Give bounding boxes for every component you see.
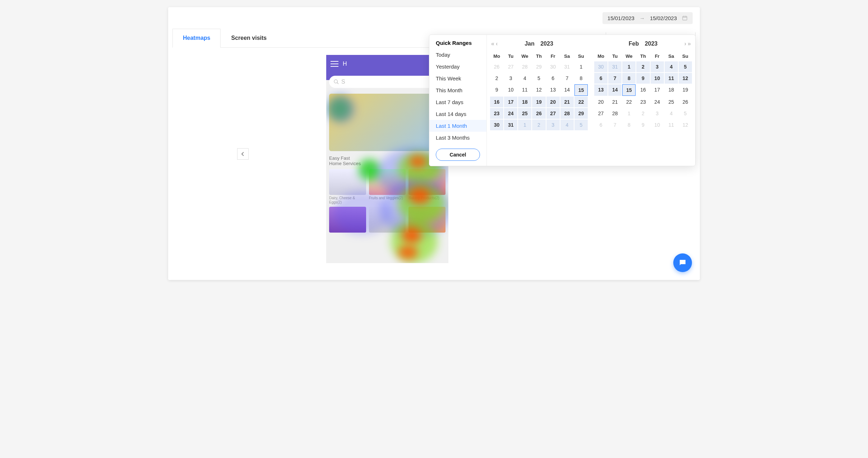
calendar-day[interactable]: 11	[518, 84, 531, 96]
tab-heatmaps[interactable]: Heatmaps	[172, 29, 221, 48]
calendar-day[interactable]: 10	[504, 84, 517, 96]
calendar-day[interactable]: 28	[518, 61, 531, 72]
cal-month[interactable]: Jan	[525, 41, 535, 47]
cal-month[interactable]: Feb	[629, 41, 639, 47]
cal-year[interactable]: 2023	[645, 41, 658, 47]
calendar-day[interactable]: 17	[504, 97, 517, 107]
calendar-day[interactable]: 5	[679, 61, 692, 72]
calendar-next[interactable]: ›»	[684, 41, 691, 47]
calendar-day[interactable]: 9	[636, 120, 650, 130]
calendar-day[interactable]: 28	[560, 108, 574, 119]
calendar-day[interactable]: 22	[622, 97, 636, 107]
calendar-day[interactable]: 1	[622, 61, 636, 72]
calendar-day[interactable]: 23	[636, 97, 650, 107]
prev-screen-button[interactable]	[237, 148, 249, 160]
calendar-day[interactable]: 27	[546, 108, 560, 119]
calendar-day[interactable]: 3	[504, 73, 517, 84]
calendar-day[interactable]: 19	[679, 84, 692, 96]
cal-year[interactable]: 2023	[540, 41, 553, 47]
calendar-day[interactable]: 13	[546, 84, 560, 96]
calendar-day[interactable]: 14	[560, 84, 574, 96]
calendar-day[interactable]: 5	[574, 120, 588, 130]
calendar-day[interactable]: 18	[665, 84, 678, 96]
quick-range-item[interactable]: Last 3 Months	[429, 132, 486, 144]
calendar-prev[interactable]: «‹	[491, 41, 498, 47]
calendar-day[interactable]: 26	[490, 61, 503, 72]
calendar-day[interactable]: 10	[651, 73, 664, 84]
quick-range-item[interactable]: Today	[429, 49, 486, 61]
calendar-day[interactable]: 24	[651, 97, 664, 107]
calendar-day[interactable]: 6	[594, 73, 608, 84]
quick-range-item[interactable]: This Week	[429, 73, 486, 84]
calendar-day[interactable]: 19	[532, 97, 545, 107]
calendar-day[interactable]: 21	[560, 97, 574, 107]
calendar-day[interactable]: 11	[665, 73, 678, 84]
calendar-day[interactable]: 30	[594, 61, 608, 72]
calendar-day[interactable]: 26	[679, 97, 692, 107]
calendar-day[interactable]: 9	[636, 73, 650, 84]
calendar-day[interactable]: 2	[636, 108, 650, 119]
calendar-day[interactable]: 12	[532, 84, 545, 96]
calendar-day[interactable]: 6	[594, 120, 608, 130]
calendar-day[interactable]: 30	[490, 120, 503, 130]
calendar-day[interactable]: 4	[665, 61, 678, 72]
calendar-day[interactable]: 27	[594, 108, 608, 119]
calendar-day[interactable]: 12	[679, 73, 692, 84]
calendar-day[interactable]: 30	[546, 61, 560, 72]
calendar-day[interactable]: 7	[560, 73, 574, 84]
calendar-day[interactable]: 10	[651, 120, 664, 130]
calendar-day[interactable]: 2	[490, 73, 503, 84]
calendar-day[interactable]: 18	[518, 97, 531, 107]
calendar-day[interactable]: 26	[532, 108, 545, 119]
calendar-day[interactable]: 6	[546, 73, 560, 84]
calendar-day[interactable]: 5	[679, 108, 692, 119]
calendar-day[interactable]: 4	[560, 120, 574, 130]
calendar-day[interactable]: 16	[490, 97, 503, 107]
calendar-day[interactable]: 17	[651, 84, 664, 96]
calendar-day[interactable]: 15	[574, 84, 588, 96]
cancel-button[interactable]: Cancel	[436, 149, 480, 161]
calendar-day[interactable]: 16	[636, 84, 650, 96]
calendar-day[interactable]: 11	[665, 120, 678, 130]
calendar-day[interactable]: 21	[608, 97, 622, 107]
calendar-day[interactable]: 25	[665, 97, 678, 107]
calendar-day[interactable]: 31	[560, 61, 574, 72]
calendar-day[interactable]: 31	[608, 61, 622, 72]
calendar-day[interactable]: 31	[504, 120, 517, 130]
calendar-day[interactable]: 25	[518, 108, 531, 119]
chat-button[interactable]	[673, 253, 692, 272]
quick-range-item[interactable]: This Month	[429, 84, 486, 96]
calendar-day[interactable]: 23	[490, 108, 503, 119]
calendar-day[interactable]: 7	[608, 120, 622, 130]
calendar-day[interactable]: 2	[636, 61, 650, 72]
calendar-day[interactable]: 4	[665, 108, 678, 119]
calendar-day[interactable]: 3	[651, 61, 664, 72]
calendar-day[interactable]: 2	[532, 120, 545, 130]
calendar-day[interactable]: 14	[608, 84, 622, 96]
calendar-day[interactable]: 27	[504, 61, 517, 72]
calendar-day[interactable]: 9	[490, 84, 503, 96]
calendar-day[interactable]: 3	[546, 120, 560, 130]
calendar-day[interactable]: 8	[622, 120, 636, 130]
calendar-day[interactable]: 5	[532, 73, 545, 84]
calendar-day[interactable]: 29	[532, 61, 545, 72]
calendar-day[interactable]: 7	[608, 73, 622, 84]
calendar-day[interactable]: 8	[574, 73, 588, 84]
calendar-day[interactable]: 20	[594, 97, 608, 107]
quick-range-item[interactable]: Last 1 Month	[429, 120, 486, 132]
calendar-day[interactable]: 28	[608, 108, 622, 119]
quick-range-item[interactable]: Last 7 days	[429, 96, 486, 108]
calendar-day[interactable]: 4	[518, 73, 531, 84]
date-range-picker[interactable]: 15/01/2023 → 15/02/2023	[602, 12, 693, 24]
quick-range-item[interactable]: Yesterday	[429, 61, 486, 73]
calendar-day[interactable]: 1	[574, 61, 588, 72]
calendar-day[interactable]: 22	[574, 97, 588, 107]
calendar-day[interactable]: 20	[546, 97, 560, 107]
calendar-day[interactable]: 24	[504, 108, 517, 119]
quick-range-item[interactable]: Last 14 days	[429, 108, 486, 120]
calendar-day[interactable]: 29	[574, 108, 588, 119]
calendar-day[interactable]: 3	[651, 108, 664, 119]
calendar-day[interactable]: 8	[622, 73, 636, 84]
tab-screen-visits[interactable]: Screen visits	[221, 29, 277, 47]
calendar-day[interactable]: 1	[622, 108, 636, 119]
